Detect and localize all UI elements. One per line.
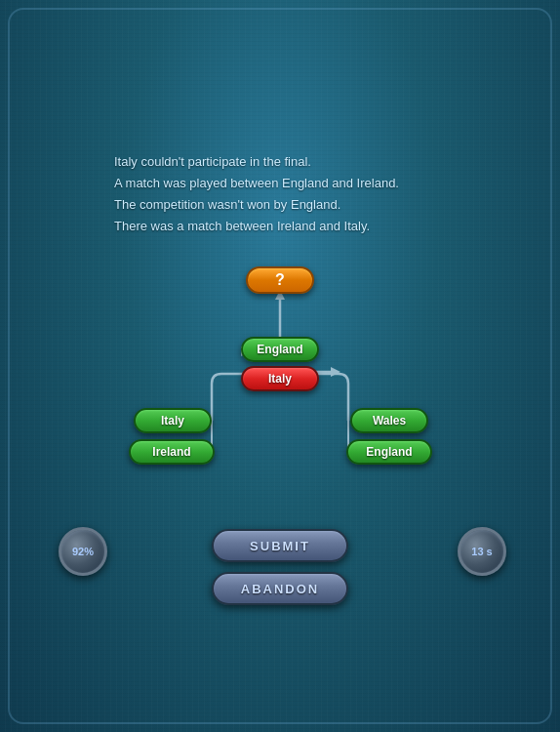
- timer-value: 13 s: [471, 546, 492, 557]
- question-label: ?: [275, 271, 285, 289]
- score-value: 92%: [72, 546, 94, 557]
- italy-left-label: Italy: [161, 414, 184, 427]
- wales-right-button[interactable]: Wales: [350, 408, 428, 433]
- clue-line-4: There was a match between Ireland and It…: [114, 216, 446, 237]
- italy-left-button[interactable]: Italy: [134, 408, 212, 433]
- clue-text: Italy couldn't participate in the final.…: [114, 151, 446, 237]
- ireland-left-label: Ireland: [152, 445, 190, 459]
- england-center-label: England: [257, 343, 302, 356]
- ireland-left-button[interactable]: Ireland: [129, 439, 215, 465]
- tournament-diagram: ? England Italy Italy Ireland Wales Engl…: [114, 266, 446, 481]
- italy-center-label: Italy: [268, 372, 292, 386]
- clue-line-3: The competition wasn't won by England.: [114, 194, 446, 216]
- svg-marker-2: [331, 367, 340, 377]
- submit-button[interactable]: SUBMIT: [212, 529, 348, 562]
- clue-line-2: A match was played between England and I…: [114, 173, 446, 194]
- main-content: Italy couldn't participate in the final.…: [0, 0, 560, 732]
- abandon-button[interactable]: ABANDON: [212, 572, 348, 605]
- clue-line-1: Italy couldn't participate in the final.: [114, 151, 446, 173]
- score-badge: 92%: [59, 527, 107, 576]
- submit-label: SUBMIT: [250, 539, 310, 553]
- england-right-button[interactable]: England: [346, 439, 432, 465]
- italy-center-button[interactable]: Italy: [241, 366, 319, 391]
- timer-badge: 13 s: [458, 527, 506, 576]
- question-button[interactable]: ?: [246, 266, 314, 294]
- abandon-label: ABANDON: [241, 582, 319, 596]
- clue-box: Italy couldn't participate in the final.…: [114, 151, 446, 237]
- wales-right-label: Wales: [373, 414, 406, 427]
- england-right-label: England: [366, 445, 412, 459]
- england-center-button[interactable]: England: [241, 337, 319, 362]
